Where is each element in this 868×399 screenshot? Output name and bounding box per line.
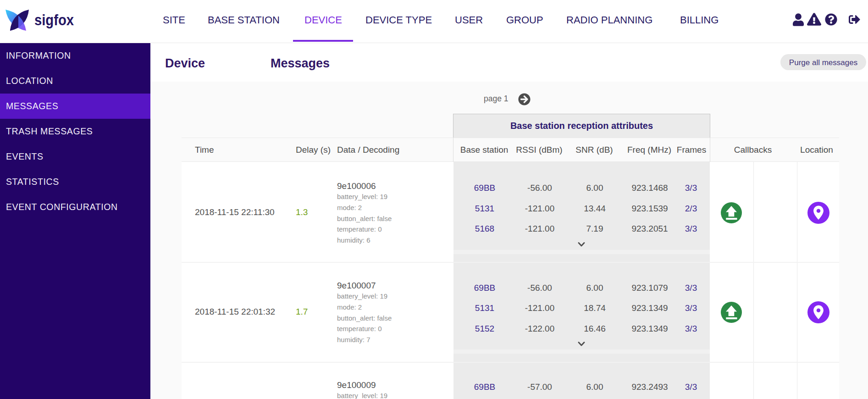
svg-text:sigfox: sigfox bbox=[34, 11, 74, 28]
